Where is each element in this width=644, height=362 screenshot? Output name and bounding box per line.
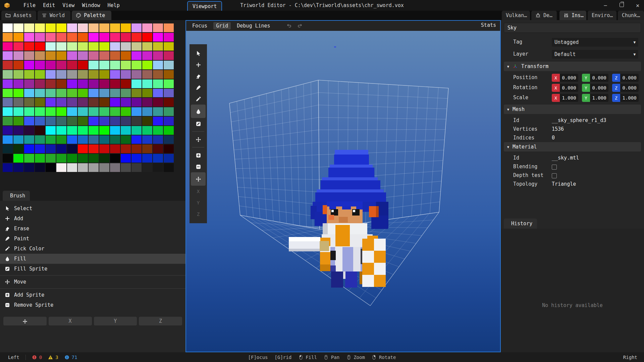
palette-swatch[interactable] — [46, 126, 56, 135]
palette-swatch[interactable] — [56, 126, 66, 135]
palette-swatch[interactable] — [164, 135, 174, 144]
checkbox-blending[interactable] — [552, 165, 557, 170]
palette-swatch[interactable] — [121, 79, 131, 88]
palette-swatch[interactable] — [99, 79, 109, 88]
palette-swatch[interactable] — [110, 23, 120, 32]
palette-swatch[interactable] — [46, 89, 56, 98]
section-header-transform[interactable]: ▼Transform — [504, 62, 641, 71]
palette-swatch[interactable] — [78, 89, 88, 98]
palette-swatch[interactable] — [78, 98, 88, 107]
palette-swatch[interactable] — [110, 33, 120, 42]
brush-item-fill[interactable]: Fill — [0, 254, 185, 264]
palette-swatch[interactable] — [24, 70, 34, 79]
palette-swatch[interactable] — [67, 33, 77, 42]
palette-swatch[interactable] — [121, 70, 131, 79]
palette-swatch[interactable] — [131, 33, 142, 42]
brush-item-select[interactable]: Select — [0, 203, 185, 214]
palette-swatch[interactable] — [153, 42, 163, 51]
tab-brush[interactable]: Brush — [3, 191, 30, 201]
palette-swatch[interactable] — [142, 135, 152, 144]
palette-swatch[interactable] — [46, 144, 56, 153]
palette-swatch[interactable] — [35, 42, 45, 51]
palette-swatch[interactable] — [99, 23, 109, 32]
palette-swatch[interactable] — [121, 117, 131, 125]
palette-swatch[interactable] — [99, 61, 109, 69]
palette-swatch[interactable] — [89, 107, 99, 116]
palette-swatch[interactable] — [99, 33, 109, 42]
brush-item-move[interactable]: Move — [0, 277, 185, 287]
palette-swatch[interactable] — [142, 144, 152, 153]
palette-swatch[interactable] — [56, 144, 66, 153]
palette-swatch[interactable] — [110, 135, 120, 144]
palette-swatch[interactable] — [46, 135, 56, 144]
palette-swatch[interactable] — [56, 51, 66, 60]
palette-swatch[interactable] — [35, 154, 45, 163]
palette-swatch[interactable] — [121, 51, 131, 60]
palette-swatch[interactable] — [78, 33, 88, 42]
palette-swatch[interactable] — [164, 70, 174, 79]
palette-swatch[interactable] — [56, 42, 66, 51]
palette-swatch[interactable] — [3, 42, 13, 51]
palette-swatch[interactable] — [67, 126, 77, 135]
brush-item-remove-sprite[interactable]: Remove Sprite — [0, 300, 185, 310]
palette-swatch[interactable] — [3, 98, 13, 107]
palette-swatch[interactable] — [110, 98, 120, 107]
palette-swatch[interactable] — [164, 33, 174, 42]
palette-swatch[interactable] — [78, 61, 88, 69]
close-button[interactable]: ✕ — [634, 2, 641, 9]
palette-swatch[interactable] — [67, 79, 77, 88]
vector-value[interactable]: 0.000 — [620, 84, 639, 92]
tab-history[interactable]: History — [504, 219, 537, 229]
palette-swatch[interactable] — [24, 163, 34, 172]
palette-swatch[interactable] — [142, 23, 152, 32]
palette-swatch[interactable] — [153, 89, 163, 98]
menu-edit[interactable]: Edit — [43, 2, 55, 8]
palette-swatch[interactable] — [164, 51, 174, 60]
palette-swatch[interactable] — [99, 42, 109, 51]
palette-swatch[interactable] — [99, 89, 109, 98]
palette-swatch[interactable] — [121, 23, 131, 32]
palette-swatch[interactable] — [131, 144, 142, 153]
menu-help[interactable]: Help — [108, 2, 120, 8]
palette-swatch[interactable] — [24, 107, 34, 116]
vector-value[interactable]: 1.000 — [620, 94, 639, 102]
palette-swatch[interactable] — [78, 135, 88, 144]
palette-swatch[interactable] — [153, 163, 163, 172]
palette-swatch[interactable] — [89, 33, 99, 42]
vector-value[interactable]: 0.000 — [590, 74, 608, 82]
palette-swatch[interactable] — [46, 23, 56, 32]
palette-swatch[interactable] — [56, 117, 66, 125]
palette-swatch[interactable] — [24, 154, 34, 163]
palette-swatch[interactable] — [78, 23, 88, 32]
palette-swatch[interactable] — [46, 163, 56, 172]
tab-assets[interactable]: Assets — [1, 11, 36, 20]
palette-swatch[interactable] — [46, 70, 56, 79]
palette-swatch[interactable] — [142, 154, 152, 163]
palette-swatch[interactable] — [121, 144, 131, 153]
palette-swatch[interactable] — [110, 107, 120, 116]
palette-swatch[interactable] — [56, 107, 66, 116]
palette-swatch[interactable] — [121, 89, 131, 98]
palette-swatch[interactable] — [164, 144, 174, 153]
palette-swatch[interactable] — [142, 33, 152, 42]
palette-swatch[interactable] — [164, 79, 174, 88]
palette-swatch[interactable] — [3, 23, 13, 32]
palette-swatch[interactable] — [56, 33, 66, 42]
palette-swatch[interactable] — [110, 163, 120, 172]
palette-swatch[interactable] — [35, 144, 45, 153]
viewport-button-debug-lines[interactable]: Debug Lines — [234, 22, 273, 29]
palette-swatch[interactable] — [142, 89, 152, 98]
status-count[interactable]: 3 — [48, 355, 58, 360]
palette-swatch[interactable] — [46, 107, 56, 116]
palette-swatch[interactable] — [13, 89, 23, 98]
palette-swatch[interactable] — [67, 42, 77, 51]
tool-eyedropper-icon[interactable] — [191, 93, 206, 105]
maximize-button[interactable] — [618, 2, 625, 8]
brush-item-fill-sprite[interactable]: Fill Sprite — [0, 264, 185, 274]
vector-value[interactable]: 0.000 — [560, 74, 578, 82]
palette-swatch[interactable] — [142, 42, 152, 51]
tool-move-icon[interactable] — [191, 134, 206, 145]
palette-swatch[interactable] — [67, 163, 77, 172]
palette-swatch[interactable] — [13, 126, 23, 135]
palette-swatch[interactable] — [99, 154, 109, 163]
